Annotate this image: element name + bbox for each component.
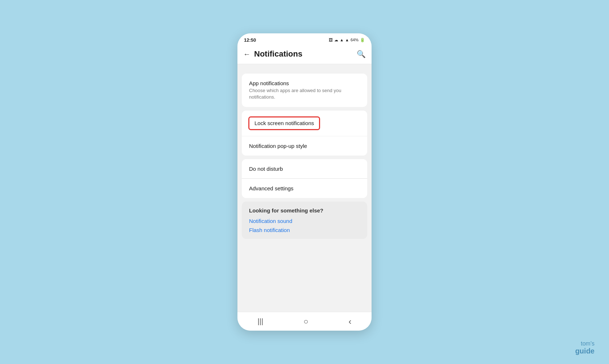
app-notifications-item[interactable]: App notifications Choose which apps are … bbox=[242, 74, 367, 107]
status-bar: 12:50 🖼 ☁ ▲ ▲ 64% 🔋 bbox=[237, 33, 372, 45]
app-notifications-card: App notifications Choose which apps are … bbox=[242, 74, 367, 107]
looking-for-heading: Looking for something else? bbox=[249, 207, 360, 214]
signal-icon: ▲ bbox=[345, 38, 349, 42]
nav-menu-icon[interactable]: ||| bbox=[250, 314, 271, 328]
status-icons: 🖼 ☁ ▲ ▲ 64% 🔋 bbox=[329, 38, 365, 42]
page-title: Notifications bbox=[254, 49, 302, 59]
app-notifications-title: App notifications bbox=[249, 80, 360, 86]
header: ← Notifications 🔍 bbox=[237, 45, 372, 64]
battery-icon: 🔋 bbox=[360, 38, 365, 42]
battery-percent: 64% bbox=[351, 38, 359, 42]
wifi-icon: ▲ bbox=[340, 38, 344, 42]
photo-icon: 🖼 bbox=[329, 38, 333, 42]
lock-screen-item[interactable]: Lock screen notifications bbox=[242, 111, 367, 136]
cloud-icon: ☁ bbox=[334, 38, 338, 42]
watermark-line2: guide bbox=[575, 347, 594, 355]
nav-back-icon[interactable]: ‹ bbox=[341, 314, 359, 330]
flash-notification-link[interactable]: Flash notification bbox=[249, 227, 360, 233]
do-not-disturb-card: Do not disturb Advanced settings bbox=[242, 159, 367, 198]
watermark: tom's guide bbox=[575, 340, 594, 355]
search-icon[interactable]: 🔍 bbox=[357, 50, 366, 58]
lock-screen-card: Lock screen notifications Notification p… bbox=[242, 111, 367, 156]
nav-home-icon[interactable]: ○ bbox=[296, 314, 315, 329]
lock-screen-title: Lock screen notifications bbox=[254, 120, 314, 126]
advanced-settings-title: Advanced settings bbox=[249, 185, 360, 191]
notification-sound-link[interactable]: Notification sound bbox=[249, 218, 360, 224]
do-not-disturb-title: Do not disturb bbox=[249, 166, 360, 172]
status-time: 12:50 bbox=[244, 37, 256, 43]
header-left: ← Notifications bbox=[243, 49, 302, 59]
looking-for-card: Looking for something else? Notification… bbox=[242, 202, 367, 239]
advanced-settings-item[interactable]: Advanced settings bbox=[242, 179, 367, 198]
back-button[interactable]: ← bbox=[243, 50, 250, 58]
content-area: App notifications Choose which apps are … bbox=[237, 64, 372, 312]
phone-frame: 12:50 🖼 ☁ ▲ ▲ 64% 🔋 ← Notifications 🔍 Ap… bbox=[237, 33, 372, 331]
nav-bar: ||| ○ ‹ bbox=[237, 312, 372, 331]
notification-popup-title: Notification pop-up style bbox=[249, 143, 360, 149]
app-notifications-subtitle: Choose which apps are allowed to send yo… bbox=[249, 87, 360, 100]
watermark-line1: tom's bbox=[575, 340, 594, 347]
do-not-disturb-item[interactable]: Do not disturb bbox=[242, 159, 367, 179]
notification-popup-item[interactable]: Notification pop-up style bbox=[242, 136, 367, 156]
